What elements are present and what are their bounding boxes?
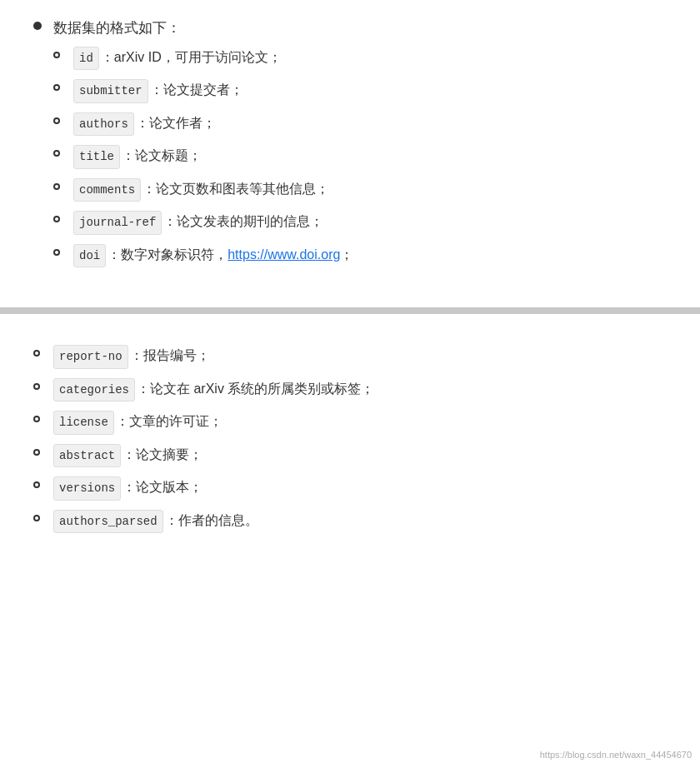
inner-list-item: doi：数字对象标识符，https://www.doi.org； [53, 243, 353, 268]
top-section: 数据集的格式如下： id：arXiv ID，可用于访问论文；submitter：… [0, 0, 700, 307]
code-tag: title [73, 145, 120, 169]
code-tag: report-no [53, 345, 128, 369]
circle-bullet [53, 52, 60, 58]
inner-list-item: authors：论文作者； [53, 112, 353, 137]
inner-item-content: comments：论文页数和图表等其他信息； [73, 177, 329, 202]
inner-list-item: categories：论文在 arXiv 系统的所属类别或标签； [33, 377, 667, 402]
watermark: https://blog.csdn.net/waxn_44454670 [540, 750, 692, 760]
outer-text: 数据集的格式如下： [53, 20, 181, 36]
inner-list-item: license：文章的许可证； [33, 410, 667, 435]
inner-item-content: authors：论文作者； [73, 112, 216, 137]
inner-list-item: versions：论文版本； [33, 476, 667, 501]
inner-list-item: id：arXiv ID，可用于访问论文； [53, 46, 353, 71]
inner-list-item: report-no：报告编号； [33, 344, 667, 369]
outer-list-item: 数据集的格式如下： id：arXiv ID，可用于访问论文；submitter：… [33, 17, 667, 276]
code-tag: license [53, 411, 114, 435]
section-divider [0, 307, 700, 314]
doi-link[interactable]: https://www.doi.org [228, 247, 340, 262]
outer-item-content: 数据集的格式如下： id：arXiv ID，可用于访问论文；submitter：… [53, 17, 353, 276]
inner-item-content: versions：论文版本； [53, 476, 202, 501]
inner-item-content: id：arXiv ID，可用于访问论文； [73, 46, 282, 71]
inner-list-item: authors_parsed：作者的信息。 [33, 509, 667, 534]
inner-list-item: abstract：论文摘要； [33, 443, 667, 468]
circle-bullet [33, 515, 40, 521]
code-tag: categories [53, 378, 135, 402]
code-tag: abstract [53, 444, 121, 468]
bottom-section: report-no：报告编号；categories：论文在 arXiv 系统的所… [0, 314, 700, 566]
circle-bullet [33, 481, 40, 488]
circle-bullet [53, 216, 60, 222]
circle-bullet [53, 150, 60, 157]
inner-list-item: comments：论文页数和图表等其他信息； [53, 177, 353, 202]
inner-item-content: report-no：报告编号； [53, 344, 210, 369]
circle-bullet [53, 249, 60, 256]
circle-bullet [33, 416, 40, 422]
code-tag: doi [73, 244, 106, 268]
code-tag: submitter [73, 79, 148, 103]
inner-item-content: license：文章的许可证； [53, 410, 222, 435]
inner-item-content: categories：论文在 arXiv 系统的所属类别或标签； [53, 377, 374, 402]
circle-bullet [33, 350, 40, 357]
code-tag: versions [53, 476, 121, 501]
inner-item-content: doi：数字对象标识符，https://www.doi.org； [73, 243, 353, 268]
inner-list-bottom: report-no：报告编号；categories：论文在 arXiv 系统的所… [33, 344, 667, 533]
code-tag: authors [73, 112, 134, 137]
circle-bullet [53, 84, 60, 91]
inner-list-item: title：论文标题； [53, 144, 353, 169]
circle-bullet [33, 449, 40, 456]
inner-list-item: journal-ref：论文发表的期刊的信息； [53, 210, 353, 235]
inner-item-content: journal-ref：论文发表的期刊的信息； [73, 210, 323, 235]
code-tag: comments [73, 178, 141, 202]
circle-bullet [53, 183, 60, 190]
inner-list-top: id：arXiv ID，可用于访问论文；submitter：论文提交者；auth… [53, 46, 353, 268]
outer-list: 数据集的格式如下： id：arXiv ID，可用于访问论文；submitter：… [33, 17, 667, 276]
circle-bullet [33, 383, 40, 390]
code-tag: id [73, 47, 99, 71]
code-tag: journal-ref [73, 211, 162, 235]
code-tag: authors_parsed [53, 510, 163, 534]
inner-item-content: title：论文标题； [73, 144, 202, 169]
inner-item-content: submitter：论文提交者； [73, 78, 243, 103]
bullet-dot [33, 22, 42, 30]
inner-item-content: abstract：论文摘要； [53, 443, 202, 468]
inner-item-content: authors_parsed：作者的信息。 [53, 509, 258, 534]
inner-list-item: submitter：论文提交者； [53, 78, 353, 103]
circle-bullet [53, 117, 60, 124]
